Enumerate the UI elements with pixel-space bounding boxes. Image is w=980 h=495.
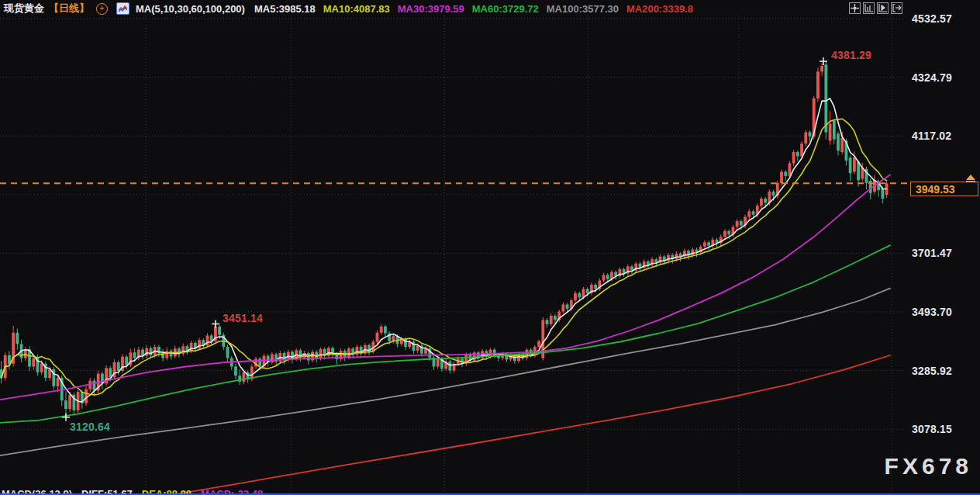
extreme-price-label: 3451.14 — [223, 312, 263, 324]
extreme-price-label: 3120.64 — [70, 421, 110, 433]
last-price-box: 3949.53 — [910, 182, 978, 196]
chart-window: { "header": { "symbol": "现货黄金", "period"… — [0, 0, 980, 495]
symbol-name: 现货黄金 — [4, 2, 44, 16]
price-axis-label: 3078.15 — [912, 423, 977, 435]
ma-formula: MA(5,10,30,60,100,200) — [136, 3, 245, 15]
price-axis-label: 4117.02 — [912, 130, 977, 142]
axis-pointer-icon[interactable] — [877, 2, 889, 14]
timeframe-label: 【日线】 — [49, 2, 89, 16]
ma-legend-item: MA100:3577.30 — [547, 3, 619, 15]
fx678-watermark: FX678 — [885, 453, 972, 479]
indicator-chart-icon[interactable] — [116, 2, 129, 15]
candlestick-chart[interactable] — [0, 0, 980, 495]
last-price-value: 3949.53 — [916, 183, 955, 196]
price-axis-label: 4324.79 — [912, 71, 977, 84]
exit-panel-icon[interactable] — [891, 2, 902, 14]
price-up-arrow-icon — [966, 175, 975, 180]
axis-candles-icon[interactable] — [863, 2, 875, 14]
price-up-arrow-base — [966, 181, 975, 182]
title-bar: 现货黄金 【日线】 + MA(5,10,30,60,100,200) MA5:3… — [0, 0, 980, 17]
ma-legend-item: MA5:3985.18 — [254, 3, 316, 15]
price-axis-label: 3493.70 — [912, 306, 977, 318]
price-axis-label: 3701.47 — [912, 247, 977, 259]
expand-icon[interactable]: + — [96, 3, 108, 15]
pan-move-icon[interactable] — [849, 2, 861, 14]
ma-legend: MA5:3985.18MA10:4087.83MA30:3979.59MA60:… — [254, 3, 693, 15]
extreme-price-label: 4381.29 — [831, 49, 871, 61]
ma-legend-item: MA30:3979.59 — [398, 3, 464, 15]
chart-toolbar — [849, 2, 902, 14]
ma-legend-item: MA200:3339.8 — [626, 3, 693, 15]
ma-legend-item: MA60:3729.72 — [472, 3, 539, 15]
ma-legend-item: MA10:4087.83 — [323, 3, 390, 15]
price-axis-label: 3285.92 — [912, 365, 977, 377]
